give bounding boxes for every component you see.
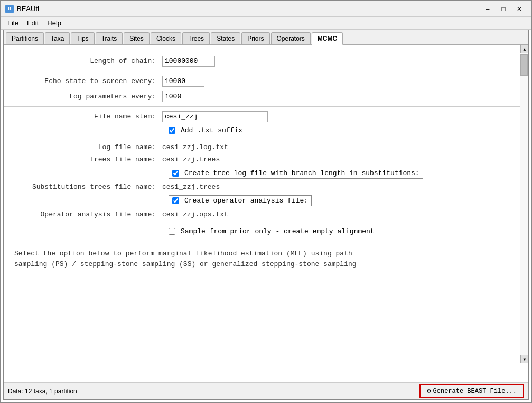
log-file-name-label: Log file name: [4,143,162,151]
tab-priors[interactable]: Priors [241,32,269,44]
log-file-name-row: Log file name: cesi_zzj.log.txt [4,143,520,151]
create-tree-log-checkbox[interactable] [172,170,179,177]
main-window: Partitions Taxa Tips Traits Sites Clocks… [3,30,529,400]
tab-tips[interactable]: Tips [71,32,94,44]
trees-file-name-row: Trees file name: cesi_zzj.trees [4,155,520,163]
log-params-row: Log parameters every: [4,91,520,102]
add-txt-suffix-label[interactable]: Add .txt suffix [169,126,242,134]
close-button[interactable]: ✕ [512,4,527,14]
sample-from-prior-row: Sample from prior only - create empty al… [4,227,520,235]
create-operator-checkbox[interactable] [172,197,179,204]
length-of-chain-input[interactable] [162,56,215,67]
minimize-button[interactable]: – [480,4,495,14]
substitutions-trees-row: Substitutions trees file name: cesi_zzj.… [4,183,520,191]
file-name-stem-row: File name stem: [4,111,520,122]
sample-from-prior-checkbox[interactable] [169,228,175,235]
file-name-stem-input[interactable] [162,111,268,122]
add-txt-suffix-checkbox[interactable] [169,127,175,134]
scroll-up-button[interactable]: ▲ [520,45,529,53]
tab-clocks[interactable]: Clocks [151,32,181,44]
substitutions-trees-value: cesi_zzj.trees [162,183,220,191]
generate-beast-file-button[interactable]: ⚙ Generate BEAST File... [419,384,524,398]
echo-state-label: Echo state to screen every: [4,77,162,85]
echo-state-input[interactable] [162,76,204,87]
create-operator-row: Create operator analysis file: [4,195,520,206]
echo-state-row: Echo state to screen every: [4,76,520,87]
sample-from-prior-text: Sample from prior only - create empty al… [181,227,375,235]
description-block: Select the option below to perform margi… [4,244,520,273]
operator-analysis-value: cesi_zzj.ops.txt [162,210,228,218]
operator-analysis-label: Operator analysis file name: [4,210,162,218]
menu-file[interactable]: File [3,18,23,28]
tab-sites[interactable]: Sites [124,32,150,44]
create-operator-text: Create operator analysis file: [184,197,308,205]
scrollbar[interactable]: ▲ ▼ [520,45,528,363]
content-area: Length of chain: Echo state to screen ev… [4,45,528,363]
log-params-label: Log parameters every: [4,93,162,100]
data-info: Data: 12 taxa, 1 partition [8,388,77,395]
tab-operators[interactable]: Operators [271,32,311,44]
tab-bar: Partitions Taxa Tips Traits Sites Clocks… [4,30,528,45]
sample-from-prior-label[interactable]: Sample from prior only - create empty al… [169,227,375,235]
generate-btn-label: Generate BEAST File... [433,388,517,395]
create-operator-label[interactable]: Create operator analysis file: [169,195,312,206]
tab-partitions[interactable]: Partitions [6,32,44,44]
trees-file-name-value: cesi_zzj.trees [162,155,220,163]
scroll-track[interactable] [520,53,528,355]
create-tree-log-text: Create tree log file with branch length … [184,169,419,177]
add-txt-suffix-text: Add .txt suffix [181,126,242,134]
log-file-name-value: cesi_zzj.log.txt [162,143,228,151]
tab-mcmc[interactable]: MCMC [312,32,343,45]
menu-bar: File Edit Help [1,17,531,30]
create-tree-log-label[interactable]: Create tree log file with branch length … [169,168,423,179]
maximize-button[interactable]: □ [496,4,511,14]
description-line2: sampling (PS) / stepping-stone sampling … [14,259,509,270]
gear-icon: ⚙ [427,387,431,395]
main-content: Length of chain: Echo state to screen ev… [4,45,520,363]
tab-states[interactable]: States [211,32,240,44]
tab-trees[interactable]: Trees [182,32,210,44]
title-bar: B BEAUti – □ ✕ [1,1,531,17]
substitutions-trees-label: Substitutions trees file name: [4,183,162,191]
operator-analysis-row: Operator analysis file name: cesi_zzj.op… [4,210,520,218]
menu-edit[interactable]: Edit [23,18,43,28]
menu-help[interactable]: Help [43,18,66,28]
tab-traits[interactable]: Traits [96,32,123,44]
scroll-down-button[interactable]: ▼ [520,355,529,363]
window-controls: – □ ✕ [480,4,527,14]
tab-taxa[interactable]: Taxa [45,32,70,44]
trees-file-name-label: Trees file name: [4,155,162,163]
app-title: BEAUti [17,5,39,13]
scroll-thumb[interactable] [520,54,528,76]
add-txt-suffix-row: Add .txt suffix [4,126,520,134]
app-icon: B [5,5,14,13]
length-of-chain-row: Length of chain: [4,56,520,67]
status-bar: Data: 12 taxa, 1 partition ⚙ Generate BE… [4,382,528,399]
description-line1: Select the option below to perform margi… [14,249,509,259]
create-tree-log-row: Create tree log file with branch length … [4,168,520,179]
log-params-input[interactable] [162,91,199,102]
length-of-chain-label: Length of chain: [4,57,162,65]
file-name-stem-label: File name stem: [4,113,162,121]
